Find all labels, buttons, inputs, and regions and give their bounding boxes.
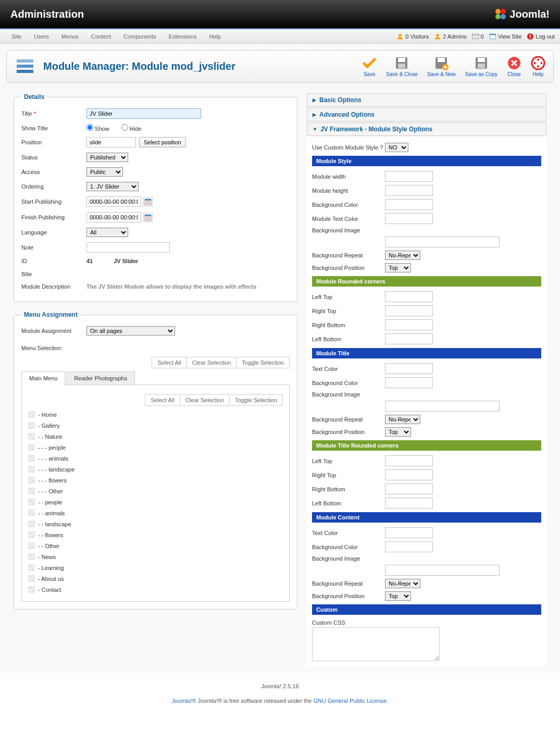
menu-item-checkbox[interactable] (28, 477, 35, 483)
select-all-button[interactable]: Select All (152, 357, 186, 368)
menu-site[interactable]: Site (5, 30, 28, 43)
mod-textcolor-input[interactable] (385, 213, 433, 224)
content-bgimage-label: Background Image (312, 555, 385, 562)
menu-item-checkbox[interactable] (28, 510, 35, 516)
bg-color-input[interactable] (385, 199, 433, 210)
menu-item-checkbox[interactable] (28, 444, 35, 451)
toggle-selection-button[interactable]: Toggle Selection (236, 357, 290, 368)
bg-pos-select[interactable]: Top (385, 263, 411, 272)
accordion-advanced[interactable]: ▶Advanced Options (307, 108, 546, 121)
rt-input[interactable] (385, 305, 433, 316)
svg-point-0 (495, 9, 501, 14)
title-input[interactable] (86, 108, 201, 119)
menu-item-checkbox[interactable] (28, 586, 35, 593)
menu-item-checkbox[interactable] (28, 488, 35, 494)
title-rb-input[interactable] (385, 483, 433, 494)
menu-item: - - - flowers (28, 475, 283, 486)
mod-width-input[interactable] (385, 171, 433, 182)
use-custom-select[interactable]: NO (385, 143, 408, 152)
title-bgpos-select[interactable]: Top (385, 427, 411, 437)
calendar-icon[interactable]: 23 (143, 213, 153, 222)
status-select[interactable]: Published (86, 153, 128, 162)
logout-link[interactable]: Log out (527, 33, 555, 40)
title-textcolor-input[interactable] (385, 363, 433, 374)
lb-input[interactable] (385, 333, 433, 344)
hide-radio[interactable] (121, 124, 128, 131)
menu-item-checkbox[interactable] (28, 542, 35, 549)
mail-count[interactable]: 0 (472, 33, 484, 40)
gpl-link[interactable]: GNU General Public License. (314, 698, 389, 704)
rb-input[interactable] (385, 319, 433, 330)
menu-content[interactable]: Content (85, 30, 118, 43)
menu-components[interactable]: Components (117, 30, 162, 43)
menu-item-checkbox[interactable] (28, 564, 35, 571)
content-bgpos-select[interactable]: Top (385, 591, 411, 601)
menu-item: - - - landscape (28, 464, 283, 475)
clear-selection-button[interactable]: Clear Selection (186, 357, 237, 368)
menu-item: - - animals (28, 507, 283, 518)
content-wrap: Module Manager: Module mod_jvslider Save… (0, 44, 560, 673)
save-copy-button[interactable]: Save as Copy (465, 56, 497, 77)
title-bgcolor-input[interactable] (385, 377, 433, 388)
save-close-button[interactable]: Save & Close (386, 56, 418, 77)
menu-item-label: - - - people (38, 444, 66, 451)
content-bgcolor-input[interactable] (385, 541, 433, 552)
content-bgimage-input[interactable] (385, 565, 500, 576)
close-button[interactable]: Close (507, 56, 521, 77)
toggle-selection-button[interactable]: Toggle Selection (229, 394, 283, 406)
title-rt-input[interactable] (385, 469, 433, 480)
viewsite-link[interactable]: View Site (489, 33, 522, 40)
finishpub-input[interactable] (86, 212, 141, 222)
svg-point-5 (437, 33, 439, 36)
assign-select[interactable]: On all pages (86, 326, 175, 336)
menu-users[interactable]: Users (28, 30, 55, 43)
menu-item-checkbox[interactable] (28, 433, 35, 440)
accordion-basic[interactable]: ▶Basic Options (307, 93, 546, 107)
ordering-select[interactable]: 1. JV Slider (86, 182, 139, 191)
menu-item-checkbox[interactable] (28, 575, 35, 582)
tab-reader-photographs[interactable]: Reader Photographs (66, 371, 135, 385)
lt-input[interactable] (385, 291, 433, 302)
accordion-framework[interactable]: ▼JV Framework - Module Style Options (307, 122, 546, 136)
menu-item-checkbox[interactable] (28, 520, 35, 527)
calendar-icon[interactable]: 23 (143, 197, 153, 206)
section-custom: Custom (312, 604, 541, 615)
clear-selection-button[interactable]: Clear Selection (180, 394, 230, 406)
bg-repeat-select[interactable]: No-Repeat (385, 251, 420, 260)
title-bgimage-input[interactable] (385, 401, 500, 412)
title-bgpos-label: Background Position (312, 429, 385, 435)
menu-item-checkbox[interactable] (28, 455, 35, 462)
position-input[interactable] (86, 137, 136, 147)
content-textcolor-input[interactable] (385, 527, 433, 538)
save-new-button[interactable]: Save & New (427, 56, 456, 77)
title-lb-input[interactable] (385, 498, 433, 509)
menu-extensions[interactable]: Extensions (163, 30, 203, 43)
custom-css-textarea[interactable] (312, 627, 440, 661)
title-lt-input[interactable] (385, 455, 433, 466)
startpub-input[interactable] (86, 196, 141, 207)
bg-image-input[interactable] (385, 237, 500, 247)
note-input[interactable] (86, 242, 170, 253)
language-select[interactable]: All (86, 228, 128, 237)
joomla-link[interactable]: Joomla!® (172, 698, 196, 704)
menu-item-checkbox[interactable] (28, 531, 35, 538)
menu-tabs: Main Menu Reader Photographs (21, 371, 290, 385)
select-position-button[interactable]: Select position (139, 137, 186, 147)
menu-help[interactable]: Help (203, 30, 227, 43)
menu-item-checkbox[interactable] (28, 553, 35, 560)
help-button[interactable]: Help (531, 56, 545, 77)
select-all-button[interactable]: Select All (145, 394, 180, 406)
menu-menus[interactable]: Menus (55, 30, 85, 43)
bg-image-label: Background Image (312, 227, 385, 233)
menu-item-checkbox[interactable] (28, 422, 35, 429)
menu-item-checkbox[interactable] (28, 411, 35, 418)
content-bgrepeat-select[interactable]: No-Repeat (385, 579, 420, 588)
menu-item-checkbox[interactable] (28, 499, 35, 505)
menu-item-checkbox[interactable] (28, 466, 35, 473)
show-radio[interactable] (86, 124, 93, 131)
title-bgrepeat-select[interactable]: No-Repeat (385, 415, 420, 424)
mod-height-input[interactable] (385, 185, 433, 196)
access-select[interactable]: Public (86, 167, 123, 177)
tab-main-menu[interactable]: Main Menu (21, 371, 65, 385)
save-button[interactable]: Save (362, 56, 377, 77)
